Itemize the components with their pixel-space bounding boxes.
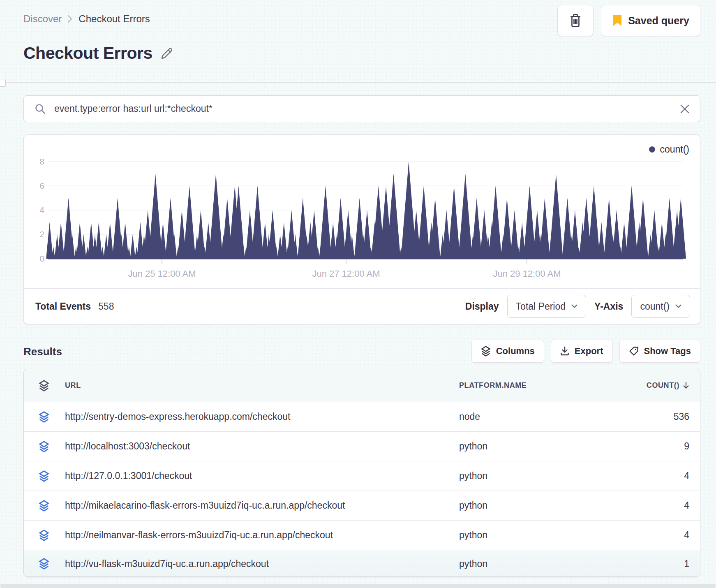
cell-url[interactable]: http://neilmanvar-flask-errors-m3uuizd7i… — [65, 530, 459, 541]
cell-count: 536 — [615, 411, 689, 422]
chevron-right-icon — [67, 14, 73, 23]
row-layers-icon[interactable] — [39, 500, 65, 512]
clear-search-icon[interactable] — [680, 104, 689, 113]
row-layers-icon[interactable] — [39, 411, 65, 423]
cell-platform: python — [459, 558, 615, 569]
svg-text:Jun 27 12:00 AM: Jun 27 12:00 AM — [312, 269, 380, 279]
display-period-dropdown[interactable]: Total Period — [507, 295, 586, 318]
total-events-value: 558 — [98, 301, 114, 312]
column-header-count[interactable]: COUNT() — [615, 381, 689, 390]
cell-count: 4 — [615, 470, 689, 482]
sort-desc-arrow-icon — [683, 382, 689, 389]
cell-platform: python — [459, 530, 615, 541]
table-row[interactable]: http://localhost:3003/checkout python 9 — [24, 432, 700, 461]
show-tags-button-label: Show Tags — [644, 346, 691, 357]
cell-count: 1 — [615, 558, 689, 569]
svg-text:Jun 29 12:00 AM: Jun 29 12:00 AM — [493, 269, 561, 279]
table-row[interactable]: http://sentry-demos-express.herokuapp.co… — [24, 402, 700, 432]
display-label: Display — [465, 301, 499, 312]
chevron-down-icon — [675, 304, 681, 308]
svg-text:Jun 25 12:00 AM: Jun 25 12:00 AM — [128, 269, 196, 279]
column-header-platform[interactable]: PLATFORM.NAME — [459, 381, 615, 390]
cell-url[interactable]: http://127.0.0.1:3001/checkout — [65, 470, 459, 482]
yaxis-dropdown[interactable]: count() — [631, 295, 690, 318]
export-button[interactable]: Export — [551, 340, 613, 363]
svg-text:2: 2 — [39, 229, 44, 239]
bookmark-icon — [612, 14, 623, 27]
sidebar-collapse-handle[interactable] — [0, 79, 6, 87]
row-layers-icon[interactable] — [39, 441, 65, 452]
tag-icon — [629, 346, 639, 356]
breadcrumb-current: Checkout Errors — [79, 13, 150, 25]
saved-query-label: Saved query — [628, 15, 689, 27]
svg-text:8: 8 — [39, 157, 44, 166]
search-icon — [35, 103, 46, 115]
cell-platform: node — [459, 411, 615, 422]
cell-url[interactable]: http://vu-flask-m3uuizd7iq-uc.a.run.app/… — [65, 558, 459, 569]
yaxis-label: Y-Axis — [594, 301, 623, 312]
cell-url[interactable]: http://localhost:3003/checkout — [65, 441, 459, 452]
events-chart-panel: count() 02468Jun 25 12:00 AMJun 27 12:00… — [23, 134, 700, 324]
display-period-value: Total Period — [516, 301, 566, 312]
download-icon — [560, 346, 569, 356]
columns-stack-icon — [481, 346, 491, 357]
search-bar — [23, 95, 700, 122]
cell-platform: python — [459, 441, 615, 452]
show-tags-button[interactable]: Show Tags — [619, 340, 701, 363]
total-events-label: Total Events — [35, 301, 91, 312]
breadcrumb: Discover Checkout Errors — [23, 13, 150, 25]
results-heading: Results — [23, 345, 62, 358]
table-header-row: URL PLATFORM.NAME COUNT() — [24, 369, 700, 402]
header-divider — [0, 82, 716, 83]
results-table: URL PLATFORM.NAME COUNT() http://sentry-… — [23, 369, 700, 577]
table-row[interactable]: http://neilmanvar-flask-errors-m3uuizd7i… — [24, 521, 700, 550]
row-layers-icon[interactable] — [39, 470, 65, 482]
page-title: Checkout Errors — [23, 44, 152, 63]
cell-platform: python — [459, 500, 615, 511]
table-row[interactable]: http://127.0.0.1:3001/checkout python 4 — [24, 461, 700, 491]
chevron-down-icon — [571, 304, 577, 308]
cell-count: 4 — [615, 530, 689, 541]
cell-platform: python — [459, 470, 615, 482]
svg-text:0: 0 — [39, 254, 44, 263]
svg-text:4: 4 — [39, 205, 44, 215]
horizontal-scrollbar[interactable] — [0, 584, 716, 588]
saved-query-button[interactable]: Saved query — [601, 5, 700, 36]
columns-button-label: Columns — [496, 346, 535, 357]
edit-pencil-icon[interactable] — [160, 46, 174, 60]
cell-url[interactable]: http://sentry-demos-express.herokuapp.co… — [65, 411, 459, 422]
table-row[interactable]: http://vu-flask-m3uuizd7iq-uc.a.run.app/… — [24, 550, 700, 577]
chart-footer: Total Events 558 Display Total Period Y-… — [24, 288, 700, 324]
yaxis-value: count() — [640, 301, 670, 312]
cell-count: 9 — [615, 441, 689, 452]
row-layers-icon[interactable] — [39, 530, 65, 541]
columns-button[interactable]: Columns — [471, 340, 544, 363]
breadcrumb-discover-link[interactable]: Discover — [23, 13, 62, 25]
results-actions: Columns Export Show Tags — [471, 340, 700, 363]
table-row[interactable]: http://mikaelacarino-flask-errors-m3uuiz… — [24, 491, 700, 521]
cell-count: 4 — [615, 500, 689, 511]
header-layers-icon[interactable] — [39, 380, 65, 391]
svg-text:6: 6 — [39, 181, 44, 190]
delete-query-button[interactable] — [557, 5, 594, 36]
column-header-url[interactable]: URL — [65, 381, 459, 390]
cell-url[interactable]: http://mikaelacarino-flask-errors-m3uuiz… — [65, 500, 459, 511]
page-title-row: Checkout Errors — [23, 44, 174, 63]
events-area-chart: 02468Jun 25 12:00 AMJun 27 12:00 AMJun 2… — [35, 147, 693, 281]
trash-icon — [568, 12, 583, 29]
row-layers-icon[interactable] — [39, 558, 65, 569]
export-button-label: Export — [575, 346, 603, 357]
search-input[interactable] — [54, 103, 672, 114]
